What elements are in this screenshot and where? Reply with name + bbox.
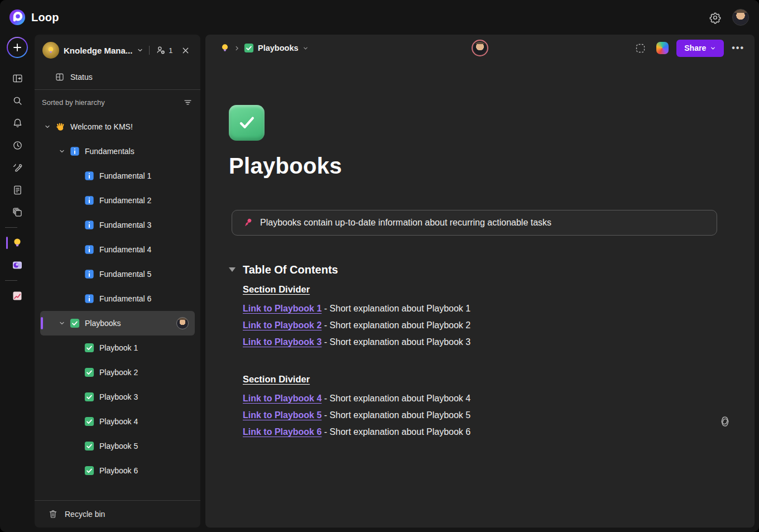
copilot-icon[interactable]	[656, 42, 669, 54]
toc-link-link-to-playbook-4[interactable]: Link to Playbook 4	[243, 394, 321, 403]
check-icon	[84, 416, 94, 426]
status-label: Status	[70, 73, 93, 82]
sidebar-footer: Recycle bin	[35, 499, 200, 528]
sidebar-item-status[interactable]: Status	[35, 66, 200, 88]
chevron-placeholder	[71, 245, 81, 255]
toc-link-link-to-playbook-1[interactable]: Link to Playbook 1	[243, 304, 321, 313]
tree-item-playbooks[interactable]: Playbooks	[40, 311, 195, 336]
loop-app: Loop	[0, 0, 759, 532]
tree-item-fundamental-2[interactable]: Fundamental 2	[40, 188, 195, 213]
content-header: Playbooks Share ••	[205, 35, 755, 61]
loop-workspace-icon	[12, 260, 23, 271]
pinned-callout[interactable]: Playbooks contain up-to-date information…	[232, 210, 717, 236]
tree-item-label: Fundamental 1	[99, 171, 151, 180]
tree-item-label: Playbook 2	[99, 368, 138, 377]
presence-avatar[interactable]	[472, 40, 488, 56]
workspace-avatar[interactable]	[42, 42, 59, 59]
rail-item-panel-toggle[interactable]	[5, 67, 30, 89]
info-icon	[70, 146, 80, 156]
check-icon	[84, 343, 94, 353]
presence-avatar[interactable]	[176, 317, 189, 329]
check-icon	[84, 466, 94, 476]
tree-item-fundamental-3[interactable]: Fundamental 3	[40, 213, 195, 237]
chevron-down-icon	[710, 45, 716, 51]
wave-icon	[55, 122, 65, 132]
chevron-down-icon[interactable]	[42, 122, 52, 132]
copilot-outline-icon[interactable]	[718, 414, 732, 429]
new-workspace-button[interactable]	[7, 37, 28, 58]
rail-item-recent[interactable]	[5, 134, 30, 156]
close-sidebar-button[interactable]	[177, 42, 194, 59]
page-canvas: Playbooks Share ••	[205, 35, 755, 528]
rail-item-notifications[interactable]	[5, 112, 30, 134]
tree-item-label: Playbook 4	[99, 417, 138, 426]
tree-item-fundamentals[interactable]: Fundamentals	[40, 139, 195, 164]
callout-text: Playbooks contain up-to-date information…	[260, 218, 551, 228]
rail-item-workspace-chart[interactable]	[5, 285, 30, 307]
more-options-button[interactable]: •••	[732, 43, 744, 53]
check-icon	[84, 441, 94, 451]
tree-item-fundamental-6[interactable]: Fundamental 6	[40, 286, 195, 311]
loop-logo-icon	[9, 9, 26, 26]
members-button[interactable]: 1	[155, 45, 172, 56]
tree-item-playbook-2[interactable]: Playbook 2	[40, 360, 195, 385]
tree-item-label: Fundamental 4	[99, 245, 151, 254]
page-tree: Welcome to KMS!FundamentalsFundamental 1…	[35, 114, 200, 499]
toc-entry: Link to Playbook 2 - Short explanation a…	[243, 317, 755, 334]
tree-item-playbook-4[interactable]: Playbook 4	[40, 409, 195, 434]
lightbulb-icon[interactable]	[220, 43, 230, 53]
toc-link-link-to-playbook-3[interactable]: Link to Playbook 3	[243, 337, 321, 347]
tree-item-label: Fundamentals	[85, 147, 134, 156]
chevron-placeholder	[71, 416, 81, 426]
toc-entry-description: - Short explanation about Playbook 2	[321, 320, 470, 330]
breadcrumb-current-page[interactable]: Playbooks	[244, 43, 309, 53]
tree-item-label: Fundamental 5	[99, 270, 151, 279]
rail-item-search[interactable]	[5, 89, 30, 112]
rail-item-pages[interactable]	[5, 179, 30, 201]
search-icon	[12, 95, 23, 107]
chevron-down-icon[interactable]	[137, 47, 143, 54]
info-icon	[84, 245, 94, 255]
tree-item-playbook-1[interactable]: Playbook 1	[40, 336, 195, 360]
tree-item-playbook-3[interactable]: Playbook 3	[40, 385, 195, 409]
tree-item-playbook-6[interactable]: Playbook 6	[40, 458, 195, 483]
chevron-down-icon[interactable]	[57, 146, 67, 156]
info-icon	[84, 269, 94, 279]
chevron-placeholder	[71, 294, 81, 304]
tree-item-fundamental-5[interactable]: Fundamental 5	[40, 262, 195, 286]
workspace-name[interactable]: Knoledge Mana...	[64, 46, 132, 55]
tree-item-fundamental-1[interactable]: Fundamental 1	[40, 164, 195, 188]
settings-button[interactable]	[707, 9, 723, 26]
rail-item-compose[interactable]	[5, 156, 30, 179]
page-emoji-check-icon[interactable]	[229, 105, 265, 141]
toc-link-link-to-playbook-6[interactable]: Link to Playbook 6	[243, 427, 321, 437]
rail-divider	[5, 227, 17, 228]
close-icon	[181, 46, 190, 55]
toc-link-link-to-playbook-2[interactable]: Link to Playbook 2	[243, 320, 321, 330]
check-icon	[70, 318, 80, 328]
toc-link-link-to-playbook-5[interactable]: Link to Playbook 5	[243, 410, 321, 420]
rail-item-workspace-kms[interactable]	[5, 232, 30, 254]
sorted-by-label: Sorted by hierarchy	[42, 98, 105, 107]
tree-item-label: Playbook 6	[99, 466, 138, 475]
collapse-caret-icon[interactable]	[229, 267, 236, 272]
tree-item-label: Fundamental 6	[99, 294, 151, 303]
rail-item-workspace-loop[interactable]	[5, 254, 30, 276]
filter-icon[interactable]	[183, 98, 193, 107]
divider	[149, 46, 150, 55]
workspace-sidebar: Knoledge Mana... 1	[35, 35, 200, 528]
tree-item-label: Playbook 3	[99, 392, 138, 401]
rail-item-components[interactable]	[5, 201, 30, 223]
check-icon	[244, 43, 254, 53]
toc-entry: Link to Playbook 6 - Short explanation a…	[243, 424, 755, 440]
tree-item-welcome-to-kms[interactable]: Welcome to KMS!	[40, 114, 195, 139]
sidebar-item-recycle-bin[interactable]: Recycle bin	[35, 501, 200, 528]
tree-item-fundamental-4[interactable]: Fundamental 4	[40, 237, 195, 262]
layers-icon	[12, 207, 23, 218]
chevron-down-icon[interactable]	[57, 318, 67, 328]
capture-button[interactable]	[632, 40, 648, 56]
share-button[interactable]: Share	[676, 40, 724, 57]
app-title: Loop	[31, 11, 59, 24]
tree-item-playbook-5[interactable]: Playbook 5	[40, 434, 195, 458]
account-avatar[interactable]	[732, 9, 749, 26]
